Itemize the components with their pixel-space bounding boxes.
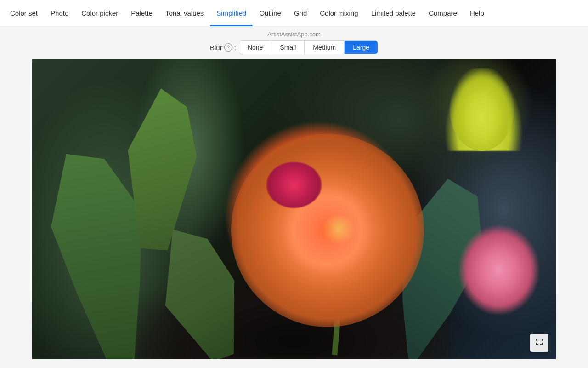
nav-item-grid[interactable]: Grid [288, 0, 313, 26]
nav-item-photo[interactable]: Photo [44, 0, 75, 26]
blur-button-group: NoneSmallMediumLarge [239, 40, 378, 54]
image-area [32, 59, 556, 359]
nav-item-tonal-values[interactable]: Tonal values [159, 0, 210, 26]
flower-canvas [32, 59, 556, 359]
nav-item-color-picker[interactable]: Color picker [75, 0, 124, 26]
nav-item-outline[interactable]: Outline [253, 0, 288, 26]
nav-item-color-set[interactable]: Color set [4, 0, 44, 26]
flower-highlight [320, 215, 357, 243]
content-area: ArtistAssistApp.com Blur ?: NoneSmallMed… [0, 26, 588, 368]
subtitle: ArtistAssistApp.com [0, 26, 588, 40]
blur-controls: Blur ?: NoneSmallMediumLarge [0, 40, 588, 59]
nav-item-color-mixing[interactable]: Color mixing [313, 0, 364, 26]
flower-center [266, 162, 322, 208]
blur-btn-medium[interactable]: Medium [305, 41, 345, 54]
nav-item-limited-palette[interactable]: Limited palette [365, 0, 423, 26]
fullscreen-button[interactable] [530, 334, 548, 352]
nav-item-simplified[interactable]: Simplified [210, 0, 253, 26]
nav-item-palette[interactable]: Palette [124, 0, 159, 26]
blur-btn-large[interactable]: Large [345, 41, 378, 54]
blur-btn-none[interactable]: None [239, 41, 271, 54]
blur-btn-small[interactable]: Small [271, 41, 305, 54]
blur-label: Blur ?: [210, 43, 236, 52]
flower-right [458, 224, 540, 316]
blur-help-icon[interactable]: ? [224, 43, 232, 52]
fullscreen-icon [535, 337, 544, 349]
nav-item-compare[interactable]: Compare [422, 0, 464, 26]
nav-bar: Color setPhotoColor pickerPaletteTonal v… [0, 0, 588, 26]
nav-item-help[interactable]: Help [464, 0, 491, 26]
flower-bud [450, 68, 514, 151]
